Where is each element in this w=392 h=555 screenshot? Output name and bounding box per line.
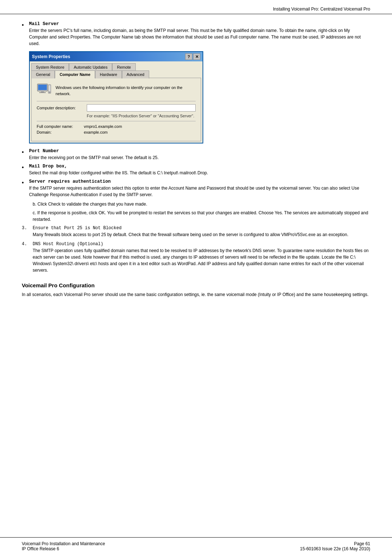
mail-server-title: Mail Server [29, 21, 370, 27]
section-intro: In all scenarios, each Voicemail Pro ser… [22, 291, 370, 298]
tab-general[interactable]: General [31, 70, 55, 78]
svg-rect-2 [41, 91, 44, 92]
sub-item-b: b. Click Check to validate the changes t… [33, 201, 370, 207]
page-container: Installing Voicemail Pro: Centralized Vo… [0, 0, 392, 555]
computer-description-row: Computer description: [37, 104, 196, 112]
bullet-dot-4: • [22, 179, 29, 198]
tab-computer-name[interactable]: Computer Name [55, 70, 95, 78]
tab-automatic-updates[interactable]: Automatic Updates [69, 63, 112, 71]
help-button[interactable]: ? [185, 53, 192, 60]
server-auth-text: If the SMTP server requires authenticati… [29, 185, 370, 198]
tab-remote[interactable]: Remote [112, 63, 136, 71]
sub-item-c: c. If the response is positive, click OK… [33, 210, 370, 223]
svg-rect-1 [38, 85, 47, 90]
icon-text: Windows uses the following information t… [56, 83, 196, 97]
mail-drop-content: Mail Drop box, Select the mail drop fold… [29, 164, 370, 176]
bullet-content: Mail Server Enter the servers PC's full … [29, 21, 370, 47]
item-4-title: DNS Host Routing (Optional) [33, 242, 370, 247]
domain-label: Domain: [37, 130, 84, 134]
item-4-label: 4. [22, 242, 33, 274]
computer-description-input[interactable] [87, 104, 196, 112]
section-heading: Voicemail Pro Configuration [22, 282, 370, 288]
sub-c-label: c. [33, 210, 36, 215]
footer-right-line1: Page 61 [300, 541, 370, 546]
item-3: 3. Ensure that Port 25 is Not Blocked Ma… [22, 226, 370, 238]
sub-c-text: If the response is positive, click OK. Y… [33, 210, 368, 222]
computer-description-hint: For example: "IIS Production Server" or … [87, 114, 196, 118]
mail-drop-title: Mail Drop box, [29, 164, 370, 169]
titlebar-buttons: ? ✕ [185, 53, 200, 60]
port-number-bullet: • Port Number Enter the receiving port o… [22, 149, 370, 161]
divider-2 [37, 121, 196, 121]
sub-list: b. Click Check to validate the changes t… [33, 201, 370, 223]
server-auth-title: Server requires authentication [29, 179, 370, 184]
item-3-content: Ensure that Port 25 is Not Blocked Many … [33, 226, 370, 238]
mail-server-bullet: • Mail Server Enter the servers PC's ful… [22, 21, 370, 47]
divider-1 [37, 101, 196, 101]
item-3-text: Many firewalls block access to port 25 b… [33, 231, 370, 238]
icon-area: Windows uses the following information t… [37, 83, 196, 97]
port-bullet-content: Port Number Enter the receiving port on … [29, 149, 370, 161]
port-title: Port Number [29, 149, 370, 154]
tab-system-restore[interactable]: System Restore [31, 63, 69, 71]
svg-rect-3 [39, 92, 46, 93]
item-3-title: Ensure that Port 25 is Not Blocked [33, 226, 370, 231]
item-4-content: DNS Host Routing (Optional) The SMTP ope… [33, 242, 370, 274]
sub-b-label: b. [33, 202, 36, 207]
item-4: 4. DNS Host Routing (Optional) The SMTP … [22, 242, 370, 274]
page-header: Installing Voicemail Pro: Centralized Vo… [0, 0, 392, 14]
full-name-label: Full computer name: [37, 124, 84, 129]
system-properties-dialog[interactable]: System Properties ? ✕ System Restore Aut… [29, 51, 203, 143]
mail-drop-bullet: • Mail Drop box, Select the mail drop fo… [22, 164, 370, 176]
footer-left: Voicemail Pro Installation and Maintenan… [22, 541, 105, 551]
sub-b-text: Click Check to validate the changes that… [37, 202, 147, 207]
footer-left-line1: Voicemail Pro Installation and Maintenan… [22, 541, 105, 546]
footer-left-line2: IP Office Release 6 [22, 546, 105, 551]
dialog-body: Windows uses the following information t… [31, 78, 201, 141]
bullet-dot: • [22, 21, 29, 47]
svg-rect-5 [49, 85, 50, 91]
mail-drop-text: Select the mail drop folder configured w… [29, 170, 370, 176]
tab-hardware[interactable]: Hardware [95, 70, 122, 78]
footer-right-line2: 15-601063 Issue 22e (16 May 2010) [300, 546, 370, 551]
dialog-titlebar: System Properties ? ✕ [30, 52, 203, 61]
bullet-dot-2: • [22, 149, 29, 161]
full-name-value: vmpro1.example.com [84, 124, 122, 129]
computer-description-label: Computer description: [37, 106, 84, 110]
full-name-row: Full computer name: vmpro1.example.com [37, 124, 196, 129]
dialog-title: System Properties [32, 54, 70, 59]
svg-point-6 [49, 92, 50, 93]
item-4-text: The SMTP operation uses fully qualified … [33, 247, 370, 274]
tab-advanced[interactable]: Advanced [122, 70, 149, 78]
computer-icon [37, 83, 51, 96]
server-auth-content: Server requires authentication If the SM… [29, 179, 370, 198]
server-auth-bullet: • Server requires authentication If the … [22, 179, 370, 198]
tabs-outer: System Restore Automatic Updates Remote … [30, 61, 203, 78]
header-title: Installing Voicemail Pro: Centralized Vo… [273, 7, 370, 12]
close-button[interactable]: ✕ [193, 53, 200, 60]
item-3-label: 3. [22, 226, 33, 238]
page-footer: Voicemail Pro Installation and Maintenan… [0, 537, 392, 555]
bullet-dot-3: • [22, 164, 29, 176]
mail-server-text: Enter the servers PC's full name, includ… [29, 27, 370, 47]
dialog-wrapper: System Properties ? ✕ System Restore Aut… [29, 51, 370, 143]
page-content: • Mail Server Enter the servers PC's ful… [0, 14, 392, 537]
footer-right: Page 61 15-601063 Issue 22e (16 May 2010… [300, 541, 370, 551]
tabs-row-2: General Computer Name Hardware Advanced [31, 70, 201, 78]
domain-value: example.com [84, 130, 107, 134]
domain-row: Domain: example.com [37, 130, 196, 134]
port-text: Enter the receiving port on the SMTP mai… [29, 154, 370, 161]
tabs-row-1: System Restore Automatic Updates Remote [31, 63, 201, 70]
